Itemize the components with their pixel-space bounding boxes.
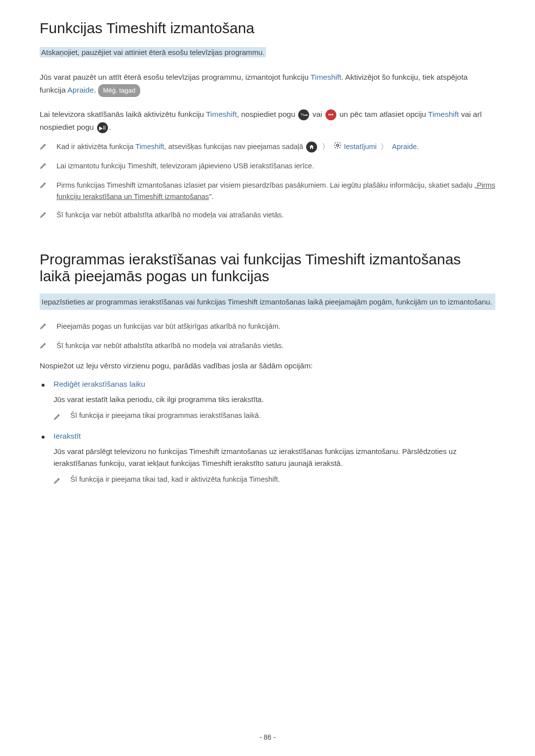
apraide-link[interactable]: Apraide — [67, 86, 94, 94]
chevron-right-icon: 〉 — [380, 143, 388, 151]
timeshift-link-3[interactable]: Timeshift — [428, 110, 459, 118]
pencil-icon — [40, 341, 50, 353]
note-text: Pirms funkcijas Timeshift izmantošanas i… — [56, 180, 495, 202]
para2-f: . — [109, 123, 111, 131]
note-text: Šī funkcija var nebūt atbalstīta atkarīb… — [56, 340, 284, 352]
playpause-icon: ▶II — [97, 122, 108, 133]
note-text: Lai izmantotu funkciju Timeshift, televi… — [56, 160, 314, 172]
para2-d: un pēc tam atlasiet opciju — [339, 110, 428, 118]
pencil-icon — [40, 210, 50, 222]
section1-para1: Jūs varat pauzēt un attīt ēterā esošu te… — [40, 71, 495, 97]
svg-point-0 — [337, 144, 339, 146]
para1-a: Jūs varat pauzēt un attīt ēterā esošu te… — [40, 73, 311, 81]
section2-highlight: Iepazīstieties ar programmas ierakstīšan… — [40, 294, 495, 310]
numpad-remote-icon: ⁺⁄₁₂₃ — [298, 109, 309, 120]
note-text: Šī funkcija var nebūt atbalstīta atkarīb… — [56, 209, 284, 221]
section1-para2: Lai televizora skatīšanās laikā aktivizē… — [40, 108, 495, 134]
note-item: Šī funkcija var nebūt atbalstīta atkarīb… — [40, 209, 495, 222]
section1-highlight-wrap: Atskaņojiet, pauzējiet vai attiniet ēter… — [40, 46, 495, 60]
option-note: Šī funkcija ir pieejama tikai tad, kad i… — [54, 475, 495, 486]
note-item: Pirms funkcijas Timeshift izmantošanas i… — [40, 180, 495, 202]
options-list: Rediģēt ierakstīšanas laiku Jūs varat ie… — [42, 380, 495, 486]
try-now-button[interactable]: Mēģ. tagad — [98, 84, 140, 97]
section2-body: Nospiežot uz leju vērsto virzienu pogu, … — [40, 359, 495, 372]
list-item: Rediģēt ierakstīšanas laiku Jūs varat ie… — [42, 380, 495, 422]
chevron-right-icon: 〉 — [322, 143, 329, 151]
para1-c: . — [94, 86, 98, 94]
option-desc: Jūs varat pārslēgt televizoru no funkcij… — [54, 446, 495, 469]
apraide-link-note[interactable]: Apraide — [392, 143, 417, 151]
para2-b: , nospiediet pogu — [237, 110, 297, 118]
color-remote-icon: ••• — [325, 109, 336, 120]
pencil-icon — [54, 412, 63, 422]
note-item: Kad ir aktivizēta funkcija Timeshift, at… — [40, 141, 495, 153]
section1-heading: Funkcijas Timeshift izmantošana — [40, 20, 495, 37]
para2-a: Lai televizora skatīšanās laikā aktivizē… — [40, 110, 206, 118]
settings-link[interactable]: Iestatījumi — [344, 143, 376, 151]
section2-heading: Programmas ierakstīšanas vai funkcijas T… — [40, 251, 495, 285]
pencil-icon — [40, 142, 50, 153]
timeshift-link-note[interactable]: Timeshift — [135, 143, 164, 151]
pencil-icon — [40, 181, 50, 192]
option-title[interactable]: Rediģēt ierakstīšanas laiku — [54, 380, 145, 389]
pencil-icon — [40, 161, 50, 173]
option-desc: Jūs varat iestatīt laika periodu, cik il… — [54, 394, 495, 405]
section1-notes: Kad ir aktivizēta funkcija Timeshift, at… — [40, 141, 495, 222]
timeshift-link[interactable]: Timeshift — [311, 73, 341, 81]
home-icon — [306, 142, 317, 152]
note-text: Kad ir aktivizēta funkcija Timeshift, at… — [56, 141, 419, 153]
page-number: - 86 - — [260, 733, 276, 741]
para2-c: vai — [313, 110, 324, 118]
list-item: Ierakstīt Jūs varat pārslēgt televizoru … — [42, 432, 495, 486]
note-item: Šī funkcija var nebūt atbalstīta atkarīb… — [40, 340, 495, 353]
timeshift-link-2[interactable]: Timeshift — [206, 110, 237, 118]
option-note: Šī funkcija ir pieejama tikai programmas… — [54, 411, 495, 422]
pencil-icon — [40, 322, 50, 333]
section1-highlight: Atskaņojiet, pauzējiet vai attiniet ēter… — [40, 47, 266, 57]
pencil-icon — [54, 476, 63, 486]
note-item: Pieejamās pogas un funkcijas var būt atš… — [40, 321, 495, 333]
note-item: Lai izmantotu funkciju Timeshift, televi… — [40, 160, 495, 173]
note-text: Pieejamās pogas un funkcijas var būt atš… — [56, 321, 280, 332]
option-title[interactable]: Ierakstīt — [54, 432, 81, 441]
bullet-icon — [42, 436, 45, 439]
bullet-icon — [42, 384, 45, 387]
section2-notes: Pieejamās pogas un funkcijas var būt atš… — [40, 321, 495, 353]
gear-icon — [333, 141, 342, 153]
